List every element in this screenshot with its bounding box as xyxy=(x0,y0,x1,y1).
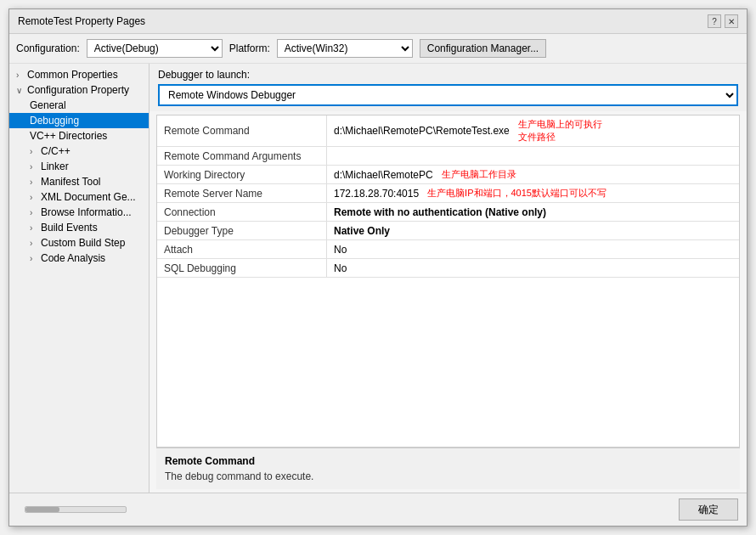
prop-value: 172.18.28.70:4015生产电脑IP和端口，4015默认端口可以不写 xyxy=(327,184,739,202)
left-panel: ›Common Properties∨Configuration Propert… xyxy=(9,64,150,493)
sidebar-item-label: General xyxy=(30,99,66,111)
sidebar-item-general[interactable]: General xyxy=(9,98,149,113)
sidebar-item-custom-build-step[interactable]: ›Custom Build Step xyxy=(9,235,149,251)
sidebar-item-label: Custom Build Step xyxy=(41,237,125,249)
platform-select[interactable]: Active(Win32) xyxy=(277,39,413,58)
info-title: Remote Command xyxy=(165,455,731,467)
config-manager-button[interactable]: Configuration Manager... xyxy=(420,39,546,58)
tree-arrow-icon: › xyxy=(30,193,38,202)
prop-value: Remote with no authentication (Native on… xyxy=(327,203,739,221)
table-row[interactable]: Remote Command Arguments xyxy=(157,147,739,166)
prop-value: Native Only xyxy=(327,222,739,239)
tree-arrow-icon: › xyxy=(30,147,38,156)
debugger-select[interactable]: Remote Windows Debugger xyxy=(158,84,738,106)
table-row[interactable]: SQL DebuggingNo xyxy=(157,259,739,278)
sidebar-item-label: Manifest Tool xyxy=(41,176,100,188)
prop-name: SQL Debugging xyxy=(157,259,327,277)
prop-value: d:\Michael\RemotePC\RemoteTest.exe生产电脑上的… xyxy=(327,115,739,146)
annotation-note: 生产电脑上的可执行文件路径 xyxy=(518,118,602,144)
sidebar-item-label: VC++ Directories xyxy=(30,130,107,142)
prop-name: Remote Command Arguments xyxy=(157,147,327,165)
sidebar-item-build-events[interactable]: ›Build Events xyxy=(9,220,149,235)
info-desc: The debug command to execute. xyxy=(165,470,731,482)
sidebar-item-label: Code Analysis xyxy=(41,252,105,264)
prop-value xyxy=(327,147,739,165)
sidebar-item-manifest-tool[interactable]: ›Manifest Tool xyxy=(9,174,149,189)
sidebar-item-browse-information[interactable]: ›Browse Informatio... xyxy=(9,205,149,220)
table-row[interactable]: ConnectionRemote with no authentication … xyxy=(157,203,739,222)
tree-arrow-icon: › xyxy=(30,177,38,187)
annotation-note: 生产电脑IP和端口，4015默认端口可以不写 xyxy=(427,187,606,200)
right-panel: Debugger to launch: Remote Windows Debug… xyxy=(150,64,747,493)
sidebar-item-configuration-property[interactable]: ∨Configuration Property xyxy=(9,82,149,98)
tree-arrow-icon: › xyxy=(30,223,38,233)
tree-arrow-icon: › xyxy=(30,208,38,217)
sidebar-item-label: Linker xyxy=(41,160,69,172)
config-label: Configuration: xyxy=(16,42,80,54)
table-row[interactable]: Remote Server Name172.18.28.70:4015生产电脑I… xyxy=(157,184,739,203)
table-row[interactable]: Working Directoryd:\Michael\RemotePC生产电脑… xyxy=(157,166,739,184)
info-panel: Remote Command The debug command to exec… xyxy=(156,448,740,489)
sidebar-item-label: XML Document Ge... xyxy=(41,191,136,203)
sidebar-item-label: Configuration Property xyxy=(27,84,129,96)
sidebar-item-xml-document[interactable]: ›XML Document Ge... xyxy=(9,189,149,205)
prop-value: No xyxy=(327,240,739,258)
debugger-row: Debugger to launch: Remote Windows Debug… xyxy=(150,64,747,111)
sidebar-item-debugging[interactable]: Debugging xyxy=(9,113,149,128)
tree-arrow-icon: ∨ xyxy=(16,86,25,95)
prop-name: Connection xyxy=(157,203,327,221)
ok-button[interactable]: 确定 xyxy=(679,498,738,521)
bottom-bar: 确定 取消 应用 xyxy=(9,493,747,526)
config-select[interactable]: Active(Debug) xyxy=(87,39,223,58)
toolbar: Configuration: Active(Debug) Platform: A… xyxy=(9,34,747,64)
tree-arrow-icon: › xyxy=(30,162,38,172)
tree-arrow-icon: › xyxy=(30,254,38,263)
title-bar: RemoteTest Property Pages ? ✕ xyxy=(9,9,747,34)
table-row[interactable]: AttachNo xyxy=(157,240,739,259)
prop-name: Debugger Type xyxy=(157,222,327,239)
tree-arrow-icon: › xyxy=(30,239,38,248)
debugger-label: Debugger to launch: xyxy=(158,69,250,81)
prop-value: d:\Michael\RemotePC生产电脑工作目录 xyxy=(327,166,739,183)
sidebar-item-cpp[interactable]: ›C/C++ xyxy=(9,144,149,159)
annotation-note: 生产电脑工作目录 xyxy=(442,168,516,181)
debugger-select-wrapper: Remote Windows Debugger xyxy=(158,84,738,106)
sidebar-item-label: C/C++ xyxy=(41,145,71,157)
close-button[interactable]: ✕ xyxy=(725,14,738,28)
prop-name: Attach xyxy=(157,240,327,258)
prop-value: No xyxy=(327,259,739,277)
sidebar-item-common-properties[interactable]: ›Common Properties xyxy=(9,67,149,82)
main-content: ›Common Properties∨Configuration Propert… xyxy=(9,64,747,493)
properties-table: Remote Commandd:\Michael\RemotePC\Remote… xyxy=(156,115,740,448)
sidebar-item-label: Debugging xyxy=(30,115,79,127)
dialog-title: RemoteTest Property Pages xyxy=(18,15,145,27)
main-dialog: RemoteTest Property Pages ? ✕ Configurat… xyxy=(8,8,748,527)
sidebar-item-linker[interactable]: ›Linker xyxy=(9,159,149,174)
prop-name: Remote Command xyxy=(157,115,327,146)
table-row[interactable]: Debugger TypeNative Only xyxy=(157,222,739,240)
sidebar-item-label: Build Events xyxy=(41,222,98,234)
tree-arrow-icon: › xyxy=(16,70,25,80)
help-button[interactable]: ? xyxy=(708,14,721,28)
sidebar-item-label: Common Properties xyxy=(27,69,118,81)
sidebar-item-code-analysis[interactable]: ›Code Analysis xyxy=(9,251,149,266)
sidebar-item-label: Browse Informatio... xyxy=(41,206,132,218)
platform-label: Platform: xyxy=(229,42,270,54)
sidebar-item-vc-directories[interactable]: VC++ Directories xyxy=(9,128,149,144)
left-panel-scrollbar[interactable] xyxy=(25,506,127,513)
prop-name: Working Directory xyxy=(157,166,327,183)
prop-name: Remote Server Name xyxy=(157,184,327,202)
title-bar-controls: ? ✕ xyxy=(708,14,738,28)
table-row[interactable]: Remote Commandd:\Michael\RemotePC\Remote… xyxy=(157,115,739,147)
